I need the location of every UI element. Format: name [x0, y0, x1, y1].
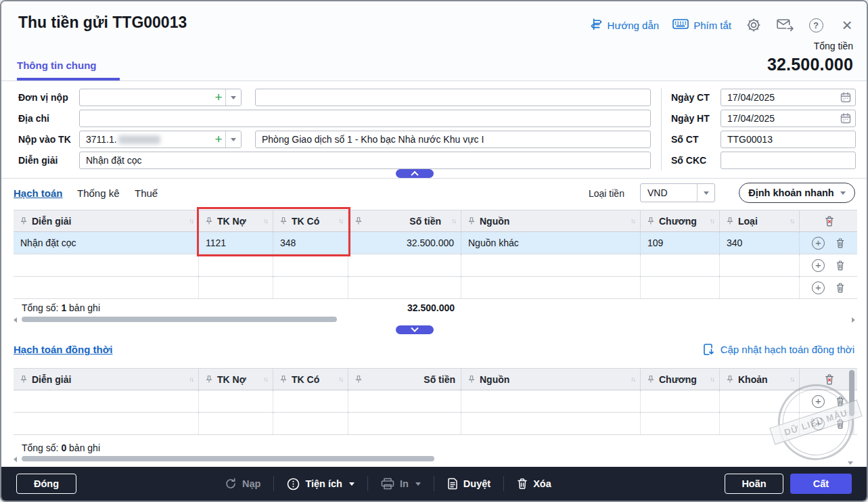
dien-giai-input[interactable] — [79, 152, 651, 169]
col-dien-giai[interactable]: Diễn giải↑↓ — [14, 369, 199, 390]
nop-vao-tk-combo[interactable]: 3711.1. + — [79, 131, 242, 148]
scrollbar-thumb[interactable] — [849, 370, 854, 416]
tab-thong-ke[interactable]: Thống kê — [77, 187, 120, 199]
utilities-button[interactable]: Tiện ích — [287, 478, 355, 490]
scrollbar-thumb[interactable] — [22, 456, 434, 461]
sort-icon[interactable]: ↑↓ — [790, 375, 794, 383]
add-row-icon[interactable]: + — [812, 395, 825, 408]
dia-chi-input[interactable] — [79, 110, 651, 127]
col-so-tien[interactable]: Số tiền↑↓ — [348, 210, 461, 231]
simultaneous-section-title[interactable]: Hạch toán đồng thời — [14, 344, 112, 355]
horizontal-scrollbar[interactable] — [14, 455, 857, 462]
nop-vao-tk-name-input[interactable] — [255, 131, 651, 148]
horizontal-scrollbar[interactable] — [14, 316, 857, 323]
scroll-left-icon[interactable] — [14, 457, 17, 462]
sort-icon[interactable]: ↑↓ — [263, 375, 267, 383]
col-loai[interactable]: Loại↑↓ — [720, 210, 800, 231]
add-row-icon[interactable]: + — [812, 417, 825, 430]
shortcut-link[interactable]: Phím tắt — [672, 18, 731, 32]
ngay-ct-input[interactable] — [721, 89, 856, 106]
sort-icon[interactable]: ↑↓ — [631, 217, 635, 225]
col-khoan[interactable]: Khoản↑↓ — [720, 369, 800, 390]
add-row-icon[interactable]: + — [812, 281, 825, 294]
so-ckc-input[interactable] — [721, 152, 856, 169]
don-vi-nop-combo[interactable]: + — [79, 89, 242, 106]
table-row-empty[interactable]: + — [14, 254, 857, 277]
update-simultaneous-link[interactable]: Cập nhật hạch toán đồng thời — [703, 343, 854, 356]
calendar-icon[interactable] — [840, 113, 851, 127]
col-nguon[interactable]: Nguồn↑↓ — [461, 369, 641, 390]
calendar-icon[interactable] — [840, 92, 851, 106]
col-tk-no[interactable]: TK Nợ↑↓ — [199, 369, 273, 390]
add-row-icon[interactable]: + — [812, 259, 825, 272]
so-ct-input[interactable] — [721, 131, 856, 148]
expand-section-button[interactable] — [396, 325, 434, 334]
scroll-down-icon[interactable] — [848, 461, 853, 465]
add-icon[interactable]: + — [212, 90, 225, 105]
delete-all-rows-button[interactable] — [800, 210, 857, 231]
vertical-scrollbar[interactable] — [849, 369, 854, 435]
table-row-empty[interactable]: + — [14, 413, 857, 435]
reload-button[interactable]: Nạp — [225, 478, 260, 490]
print-button[interactable]: In — [381, 478, 421, 490]
dropdown-arrow-icon[interactable] — [225, 131, 241, 147]
collapse-form-button[interactable] — [396, 169, 434, 178]
sort-icon[interactable]: ↑↓ — [263, 217, 267, 225]
delete-button[interactable]: Xóa — [517, 478, 551, 490]
scroll-right-icon[interactable] — [852, 317, 855, 323]
col-tk-co[interactable]: TK Có↑↓ — [273, 369, 348, 390]
col-so-tien[interactable]: Số tiền — [348, 369, 461, 390]
table-row-empty[interactable]: + — [14, 277, 857, 299]
col-tk-co[interactable]: TK Có↑↓ — [273, 210, 348, 231]
delete-row-icon[interactable] — [836, 237, 845, 248]
sort-icon[interactable]: ↑↓ — [710, 375, 714, 383]
pin-icon — [280, 216, 287, 225]
ngay-ht-input[interactable] — [721, 110, 856, 127]
send-mail-icon[interactable] — [776, 16, 794, 34]
delete-row-icon[interactable] — [836, 282, 845, 293]
delete-row-icon[interactable] — [836, 418, 845, 429]
close-button[interactable]: Đóng — [16, 474, 76, 494]
pin-icon — [280, 375, 287, 384]
currency-select[interactable]: VND — [640, 183, 715, 202]
col-nguon[interactable]: Nguồn↑↓ — [461, 210, 641, 231]
sort-icon[interactable]: ↑↓ — [338, 375, 342, 383]
sort-icon[interactable]: ↑↓ — [631, 375, 635, 383]
postpone-button[interactable]: Hoãn — [725, 474, 783, 494]
settings-icon[interactable] — [745, 16, 762, 34]
delete-row-icon[interactable] — [836, 260, 845, 271]
col-dien-giai[interactable]: Diễn giải↑↓ — [14, 210, 199, 231]
scrollbar-thumb[interactable] — [22, 317, 337, 322]
add-icon[interactable]: + — [212, 132, 225, 147]
delete-row-icon[interactable] — [836, 396, 845, 407]
close-icon[interactable]: × — [838, 16, 856, 34]
don-vi-nop-name-input[interactable] — [255, 89, 651, 106]
sort-icon[interactable]: ↑↓ — [338, 217, 342, 225]
table-row[interactable]: Nhận đặt cọc 1121 348 32.500.000 Nguồn k… — [14, 232, 857, 254]
col-chuong[interactable]: Chương↑↓ — [641, 369, 720, 390]
approve-button[interactable]: Duyệt — [447, 478, 490, 490]
chevron-down-icon — [415, 482, 421, 486]
sort-icon[interactable]: ↑↓ — [790, 217, 794, 225]
nop-vao-tk-value[interactable]: 3711.1. — [80, 134, 212, 145]
col-chuong[interactable]: Chương↑↓ — [641, 210, 720, 231]
tab-thue[interactable]: Thuế — [135, 187, 158, 199]
help-icon[interactable]: ? — [807, 16, 825, 34]
sort-icon[interactable]: ↑↓ — [189, 217, 193, 225]
col-tk-no[interactable]: TK Nợ↑↓ — [199, 210, 273, 231]
accounting-table: Diễn giải↑↓ TK Nợ↑↓ TK Có↑↓ Số tiền↑↓ Ng… — [14, 210, 857, 299]
table-row-empty[interactable]: + — [14, 390, 857, 413]
dropdown-arrow-icon[interactable] — [225, 89, 241, 106]
save-button[interactable]: Cất — [790, 474, 852, 494]
quick-entry-button[interactable]: Định khoản nhanh — [739, 183, 855, 203]
chevron-down-icon — [411, 324, 418, 332]
tab-hach-toan[interactable]: Hạch toán — [14, 187, 63, 199]
add-row-icon[interactable]: + — [812, 237, 825, 250]
delete-all-icon — [824, 215, 835, 227]
tab-thong-tin-chung[interactable]: Thông tin chung — [17, 60, 96, 71]
scroll-left-icon[interactable] — [14, 317, 17, 323]
sort-icon[interactable]: ↑↓ — [451, 217, 455, 225]
guide-link[interactable]: Hướng dẫn — [590, 18, 660, 32]
sort-icon[interactable]: ↑↓ — [189, 375, 193, 383]
sort-icon[interactable]: ↑↓ — [710, 217, 714, 225]
